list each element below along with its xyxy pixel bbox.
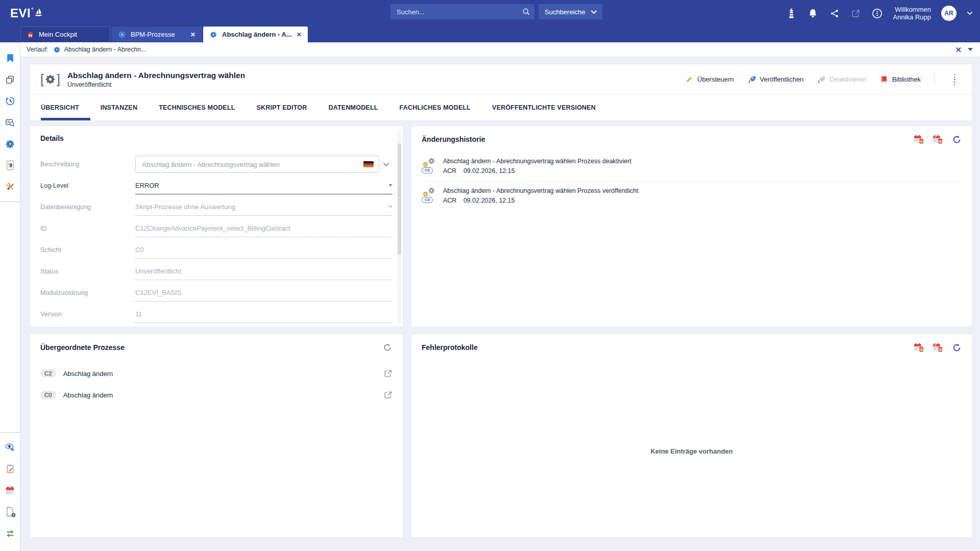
delete-by-date-icon[interactable]: [914, 342, 924, 353]
change-history-entry[interactable]: C0 Abschlag ändern - Abrechnungsvertrag …: [422, 181, 962, 210]
page-status: Unveröffentlicht: [67, 81, 245, 88]
share-icon[interactable]: [829, 8, 840, 19]
sidebar-divider: [0, 432, 20, 433]
error-logs-panel: Fehlerprotokolle 1y Keine Einträge vorha…: [411, 334, 972, 538]
search-scope-label: Suchbereiche: [545, 8, 585, 16]
bookmark-icon[interactable]: [5, 53, 16, 64]
search-input[interactable]: [397, 8, 522, 16]
tab-skript-editor[interactable]: SKRIPT EDITOR: [257, 95, 307, 120]
open-process-icon[interactable]: [383, 369, 393, 378]
id-value: C12ChangeAdvancePayment_select_BillingCo…: [135, 220, 393, 237]
tab-bpm-prozesse[interactable]: BPM-Prozesse ✕: [112, 27, 202, 42]
open-process-icon[interactable]: [383, 390, 393, 399]
search-icon[interactable]: [522, 8, 530, 16]
log-level-select[interactable]: ERROR: [135, 177, 393, 194]
tab-label: BPM-Prozesse: [131, 31, 175, 38]
chevron-down-icon[interactable]: [379, 162, 393, 167]
rocket-disabled-icon: [817, 75, 825, 84]
user-name: Annika Rupp: [893, 13, 931, 21]
open-external-icon[interactable]: [850, 8, 862, 19]
tab-datenmodell[interactable]: DATENMODELL: [328, 95, 378, 120]
evi-logo: EVI°: [10, 6, 43, 20]
datenbereinigung-select[interactable]: Skript-Prozesse ohne Auswertung: [135, 198, 393, 216]
override-button[interactable]: Übersteuern: [685, 76, 734, 84]
tab-technisches-modell[interactable]: TECHNISCHES MODELL: [159, 95, 235, 120]
delete-older-1y-icon[interactable]: 1y: [933, 134, 943, 144]
tab-veroeffentlichte-versionen[interactable]: VERÖFFENTLICHTE VERSIONEN: [492, 95, 596, 120]
details-title: Details: [40, 134, 64, 142]
user-menu-chevron-icon[interactable]: [967, 11, 973, 15]
tab-uebersicht[interactable]: ÜBERSICHT: [41, 95, 79, 120]
field-schicht: Schicht C0: [40, 241, 393, 259]
entry-text: Abschlag ändern - Abrechnungsvertrag wäh…: [443, 187, 639, 195]
clear-history-icon[interactable]: ✕: [955, 46, 962, 54]
delete-by-date-icon[interactable]: [914, 134, 924, 144]
field-version: Version 11: [40, 306, 393, 323]
tab-fachliches-modell[interactable]: FACHLICHES MODELL: [400, 95, 471, 120]
entry-meta: ACR 09.02.2026, 12:15: [443, 167, 631, 174]
pages-icon[interactable]: [5, 74, 16, 85]
field-beschreibung: Beschreibung Abschlag ändern - Abrechnun…: [40, 156, 393, 173]
tab-mein-cockpit[interactable]: Mein Cockpit: [20, 27, 110, 42]
close-icon[interactable]: ✕: [297, 31, 302, 38]
change-history-entry[interactable]: C0 Abschlag ändern - Abrechnungsvertrag …: [422, 152, 962, 181]
swap-icon[interactable]: [5, 528, 16, 539]
refresh-icon[interactable]: [951, 342, 962, 353]
search-scope-dropdown[interactable]: Suchbereiche: [538, 4, 602, 19]
chevron-down-icon: [591, 10, 597, 14]
history-dropdown-icon[interactable]: [968, 48, 973, 51]
layer-badge: C0: [422, 167, 433, 173]
scrollbar-thumb[interactable]: [398, 143, 401, 255]
document-gear-icon[interactable]: [5, 506, 16, 517]
page-header: [ ] Abschlag ändern - Abrechnungsvertrag…: [30, 64, 972, 121]
details-scrollbar[interactable]: [398, 129, 401, 324]
refresh-icon[interactable]: [951, 134, 962, 144]
layer-pill: C2: [40, 369, 56, 378]
entry-text: Abschlag ändern - Abrechnungsvertrag wäh…: [443, 157, 631, 166]
tools-icon[interactable]: [5, 181, 16, 192]
modulzuordnung-value: C12EVI_BASIS: [135, 284, 393, 302]
help-icon[interactable]: [872, 8, 883, 19]
close-icon[interactable]: ✕: [190, 31, 195, 38]
beschreibung-input[interactable]: Abschlag ändern - Abrechnungsvertrag wäh…: [135, 156, 379, 173]
field-modulzuordnung: Modulzuordnung C12EVI_BASIS: [40, 284, 393, 302]
watch-star-icon[interactable]: [5, 442, 16, 453]
parent-process-row[interactable]: C0 Abschlag ändern: [40, 384, 393, 406]
tab-instanzen[interactable]: INSTANZEN: [101, 95, 137, 120]
parent-processes-panel: Übergeordnete Prozesse C2 Abschlag änder…: [30, 334, 403, 538]
process-change-icon: C0: [422, 187, 436, 203]
empty-state-text: Keine Einträge vorhanden: [650, 447, 732, 455]
process-gear-icon: [209, 31, 217, 39]
tab-abschlag-aendern[interactable]: Abschlag ändern - A... ✕: [203, 27, 308, 42]
parent-processes-title: Übergeordnete Prozesse: [40, 343, 125, 352]
bell-icon[interactable]: [807, 8, 819, 19]
process-name: Abschlag ändern: [63, 370, 113, 378]
left-sidebar: [0, 42, 20, 551]
delete-older-1y-icon[interactable]: 1y: [933, 342, 943, 353]
calendar-icon[interactable]: [5, 485, 16, 496]
field-id: ID C12ChangeAdvancePayment_select_Billin…: [40, 220, 393, 237]
home-icon: [27, 31, 34, 38]
parent-process-row[interactable]: C2 Abschlag ändern: [40, 363, 393, 384]
refresh-icon[interactable]: [382, 342, 393, 353]
avatar[interactable]: AR: [941, 6, 957, 21]
search-list-icon[interactable]: [5, 117, 16, 128]
bpm-process-icon[interactable]: [5, 138, 16, 149]
entry-timestamp: 09.02.2026, 12:15: [463, 197, 515, 204]
lighthouse-icon[interactable]: [786, 8, 797, 19]
page-title: Abschlag ändern - Abrechnungsvertrag wäh…: [67, 70, 245, 80]
entry-timestamp: 09.02.2026, 12:15: [463, 167, 515, 174]
window-tab-bar: Mein Cockpit BPM-Prozesse ✕ Abschlag änd…: [20, 27, 308, 42]
publish-button[interactable]: Veröffentlichen: [747, 75, 804, 84]
logo-text: EVI: [10, 6, 31, 20]
clipboard-edit-icon[interactable]: [5, 463, 16, 474]
history-entry[interactable]: Abschlag ändern - Abrechn...: [53, 46, 146, 54]
sidebar-divider: [0, 202, 20, 202]
dropdown-caret-icon: [388, 184, 393, 187]
history-icon[interactable]: [5, 95, 16, 107]
more-actions-icon[interactable]: ⋮⋮⋮: [948, 76, 962, 83]
details-panel: Details Beschreibung Abschlag ändern - A…: [30, 126, 403, 327]
report-icon[interactable]: [5, 160, 16, 171]
library-button[interactable]: Bibliothek: [880, 75, 921, 84]
dropdown-caret-icon: [388, 206, 393, 208]
